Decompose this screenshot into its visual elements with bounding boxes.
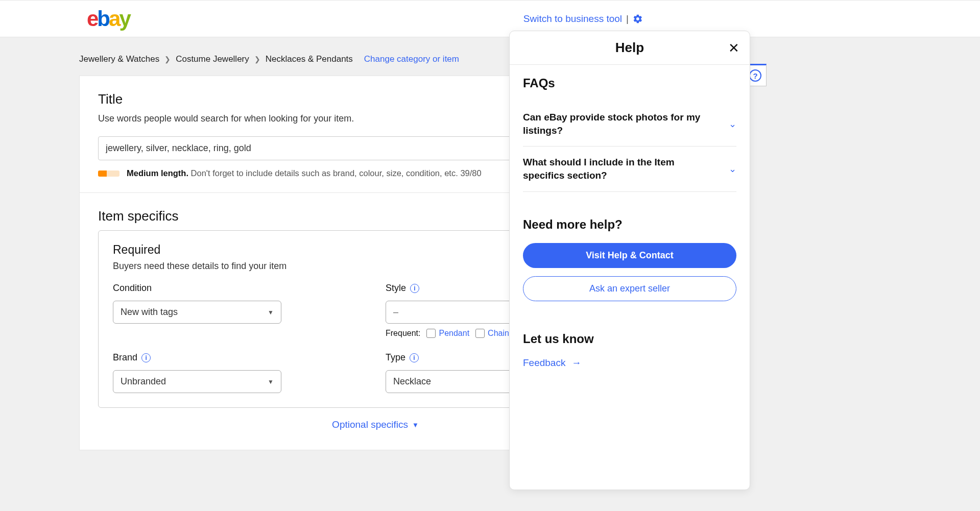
help-header: Help ✕ <box>510 31 750 65</box>
checkbox-icon <box>475 329 485 338</box>
help-panel: Help ✕ FAQs Can eBay provide stock photo… <box>509 31 750 490</box>
frequent-option-pendant[interactable]: Pendant <box>426 329 469 338</box>
header-right: Switch to business tool | <box>523 13 980 25</box>
chevron-down-icon: ▼ <box>268 378 274 385</box>
switch-business-tool-link[interactable]: Switch to business tool <box>523 13 622 25</box>
brand-select[interactable]: Unbranded ▼ <box>113 370 281 393</box>
strength-bar-icon <box>98 171 119 177</box>
brand-value: Unbranded <box>121 376 166 387</box>
close-icon[interactable]: ✕ <box>728 40 739 56</box>
type-value: Necklace <box>393 376 431 387</box>
gear-icon[interactable] <box>633 14 643 24</box>
feedback-link[interactable]: Feedback → <box>523 357 736 369</box>
info-icon[interactable]: i <box>141 353 151 362</box>
help-icon: ? <box>749 69 761 82</box>
breadcrumb-item[interactable]: Costume Jewellery <box>176 54 249 64</box>
chevron-down-icon: ⌄ <box>729 163 736 175</box>
condition-value: New with tags <box>121 307 178 318</box>
visit-help-button[interactable]: Visit Help & Contact <box>523 243 736 268</box>
frequent-option-chain[interactable]: Chain <box>475 329 509 338</box>
chevron-down-icon: ▼ <box>412 421 419 429</box>
info-icon[interactable]: i <box>410 353 419 362</box>
header-divider: | <box>626 13 629 25</box>
faq-question: Can eBay provide stock photos for my lis… <box>523 111 719 137</box>
strength-label: Medium length. <box>127 168 188 178</box>
frequent-label: Frequent: <box>386 329 420 338</box>
optional-label: Optional specifics <box>332 419 408 430</box>
field-condition: Condition New with tags ▼ <box>113 283 365 338</box>
condition-select[interactable]: New with tags ▼ <box>113 301 281 324</box>
help-title: Help <box>615 40 644 56</box>
faq-item[interactable]: Can eBay provide stock photos for my lis… <box>523 102 736 147</box>
brand-label: Brand <box>113 352 137 363</box>
let-us-know-heading: Let us know <box>523 332 736 346</box>
faq-question: What should I include in the Item specif… <box>523 156 719 182</box>
chevron-right-icon: ❯ <box>254 55 260 63</box>
need-more-heading: Need more help? <box>523 217 736 232</box>
feedback-label: Feedback <box>523 357 565 369</box>
change-category-link[interactable]: Change category or item <box>364 54 459 64</box>
style-label: Style <box>386 283 406 294</box>
chevron-down-icon: ⌄ <box>729 118 736 130</box>
ask-expert-button[interactable]: Ask an expert seller <box>523 276 736 301</box>
arrow-right-icon: → <box>571 357 581 369</box>
faqs-heading: FAQs <box>523 76 736 90</box>
chevron-right-icon: ❯ <box>164 55 171 63</box>
type-label: Type <box>386 352 405 363</box>
strength-hint: Don't forget to include details such as … <box>191 168 482 178</box>
top-header: ebay Switch to business tool | <box>0 0 980 37</box>
faq-item[interactable]: What should I include in the Item specif… <box>523 147 736 191</box>
style-value: – <box>393 307 398 318</box>
info-icon[interactable]: i <box>410 284 419 293</box>
field-brand: Brand i Unbranded ▼ <box>113 352 365 393</box>
ebay-logo[interactable]: ebay <box>87 7 130 31</box>
chevron-down-icon: ▼ <box>268 309 274 316</box>
breadcrumb-item[interactable]: Necklaces & Pendants <box>266 54 353 64</box>
breadcrumb-item[interactable]: Jewellery & Watches <box>79 54 159 64</box>
condition-label: Condition <box>113 283 152 294</box>
checkbox-icon <box>426 329 436 338</box>
